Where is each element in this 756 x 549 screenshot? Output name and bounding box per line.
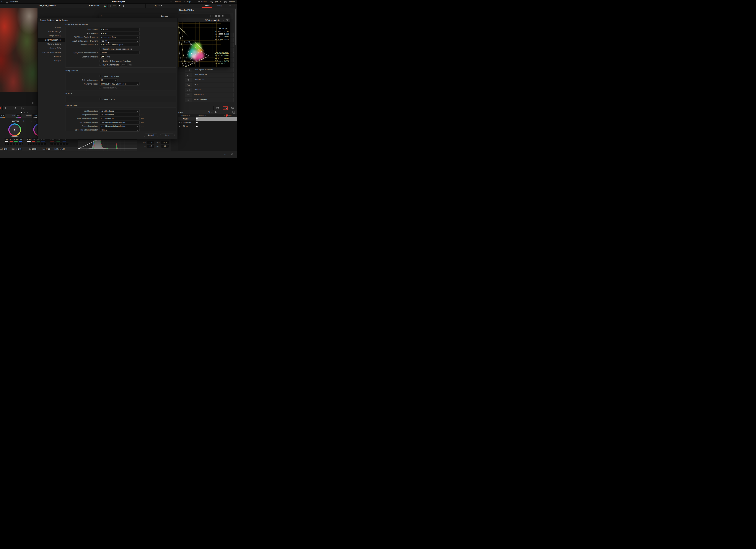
mastering-display-select[interactable]: 4000-nit, P3, D65, ST.2084, Full	[99, 82, 140, 86]
enable-hdr10-checkbox[interactable]	[99, 98, 101, 100]
lift-value[interactable]: 0.00	[14, 138, 18, 141]
fx-item[interactable]: DCTL DCTL	[185, 83, 234, 87]
layout-dual-icon[interactable]	[214, 15, 217, 17]
page-dot[interactable]	[24, 112, 25, 113]
hand-tool-icon[interactable]	[122, 5, 124, 7]
master-track-bar[interactable]	[196, 117, 237, 121]
aces-odt-select[interactable]: Rec.709	[99, 39, 140, 43]
keyframe-dot[interactable]	[196, 118, 198, 119]
dolby-version-select[interactable]: 4.0	[99, 78, 117, 82]
gamma-color-wheel[interactable]	[8, 123, 21, 136]
nodes-button[interactable]: Nodes	[201, 0, 207, 4]
aces-idt-select[interactable]: No input transform	[99, 36, 140, 39]
sidebar-item-general-options[interactable]: General Options	[38, 42, 65, 46]
zoom-slider-handle[interactable]	[215, 111, 217, 113]
viewer-options-menu[interactable]: •••	[113, 5, 116, 7]
process-node-luts-select[interactable]: ACEScc AP1 timeline space	[99, 43, 140, 46]
keyframe-filter-dropdown[interactable]: All	[208, 111, 210, 113]
scopes-options-menu[interactable]: •••	[226, 15, 229, 17]
lut-browse-menu[interactable]: •••	[141, 125, 144, 127]
tint-value[interactable]: 0.00	[16, 114, 21, 117]
clips-button[interactable]: Clips	[187, 0, 191, 4]
panel-menu[interactable]: •••	[180, 5, 183, 7]
aware-tools-checkbox[interactable]	[99, 48, 101, 50]
lightbox-button[interactable]: Lightbox	[228, 0, 235, 4]
cancel-button[interactable]: Cancel	[144, 134, 158, 137]
reset-icon-partial[interactable]: ↺	[34, 120, 36, 123]
shadow-value[interactable]: 0.00	[3, 148, 8, 150]
collapse-panel-icon[interactable]	[232, 111, 235, 114]
video-monitor-lut-select[interactable]: No LUT selected	[99, 117, 140, 120]
keyframes-view-icon[interactable]	[216, 107, 220, 109]
gamma-master-strip[interactable]	[28, 143, 46, 145]
fx-item[interactable]: Flicker Addition	[185, 98, 234, 102]
keyframe-dot[interactable]	[196, 122, 198, 123]
sidebar-item-image-scaling[interactable]: Image Scaling	[38, 34, 65, 38]
curves-panel[interactable]	[78, 139, 137, 151]
high-value[interactable]: 50.0	[161, 141, 169, 144]
low-value[interactable]: 50.0	[147, 141, 154, 144]
sidebar-item-fairlight[interactable]: Fairlight	[38, 59, 65, 63]
expand-icon[interactable]	[109, 5, 111, 7]
temp-value-partial[interactable]: 0.0	[0, 114, 5, 117]
resize-transforms-select[interactable]: Gamma	[99, 51, 140, 54]
lift-value[interactable]: 0.00	[19, 138, 23, 141]
info-icon[interactable]	[231, 107, 234, 109]
hdr-mastering-nits-input[interactable]: 1000	[120, 63, 127, 67]
lut-interpolation-select[interactable]: Trilinear	[99, 128, 140, 132]
lut-browse-menu[interactable]: •••	[141, 110, 144, 112]
color-viewer-lut-select[interactable]: Use video monitoring selection	[99, 121, 140, 124]
cursor-tool-icon[interactable]	[119, 5, 121, 7]
lift-value[interactable]: 0.00	[9, 138, 13, 141]
playhead-line[interactable]	[227, 114, 227, 151]
expand-track-icon[interactable]	[181, 126, 182, 127]
wheel-center-handle[interactable]	[14, 129, 15, 131]
tab-library[interactable]: Library	[204, 5, 209, 7]
dialog-titlebar[interactable]: Project Settings: White Project	[38, 18, 178, 22]
page-dot-active[interactable]	[21, 112, 22, 113]
fx-item[interactable]: Color Space Transform	[185, 68, 234, 72]
sidebar-item-color-management[interactable]: Color Management	[38, 38, 65, 42]
search-icon[interactable]	[229, 5, 231, 7]
picker-crosshair-icon[interactable]: +	[29, 119, 31, 122]
sidebar-item-presets[interactable]: Presets	[38, 26, 65, 29]
lum-mix-value[interactable]: 100.00	[59, 148, 65, 150]
output-lut-select[interactable]: No LUT selected	[99, 113, 140, 116]
aces-version-select[interactable]: ACES 1.1	[99, 32, 140, 35]
track-label-corrector1[interactable]: Corrector 1	[183, 122, 193, 124]
hdr-wheels-icon[interactable]: HDR	[5, 107, 9, 109]
fx-item[interactable]: False Color	[185, 93, 234, 97]
clip-dropdown[interactable]: Clip	[154, 5, 157, 7]
color-slice-icon[interactable]	[13, 107, 16, 109]
layout-single-icon[interactable]	[210, 15, 212, 17]
high-soft-value[interactable]: 0.0	[161, 145, 169, 148]
track-label-sizing[interactable]: Sizing	[183, 125, 188, 127]
tab-settings[interactable]: Settings	[216, 5, 222, 7]
hdr-mastering-checkbox[interactable]	[99, 64, 101, 66]
display-hdr-checkbox[interactable]	[99, 60, 101, 62]
lut-browse-menu[interactable]: •••	[141, 118, 144, 120]
keyframe-diamond-icon[interactable]	[179, 126, 180, 127]
keyframe-diamond-icon[interactable]	[179, 122, 180, 124]
save-button[interactable]: Save	[160, 134, 175, 137]
sidebar-item-camera-raw[interactable]: Camera RAW	[38, 46, 65, 50]
curves-view-icon[interactable]	[223, 106, 228, 110]
scrollbar[interactable]	[235, 9, 236, 45]
sidebar-item-capture-playback[interactable]: Capture and Playback	[38, 51, 65, 54]
reset-icon[interactable]: ↺	[23, 120, 24, 122]
external-cmu-checkbox[interactable]	[99, 87, 101, 89]
collapse-icon[interactable]	[233, 10, 234, 11]
reset-icon-partial[interactable]: ↺	[0, 120, 0, 123]
lift-value[interactable]: 0.00	[5, 138, 9, 141]
enable-dolby-checkbox[interactable]	[99, 75, 101, 77]
lut-browse-menu[interactable]: •••	[141, 114, 144, 116]
stills-icon[interactable]	[21, 107, 25, 109]
timeline-name-dropdown[interactable]: 8bit_10bit_timeline	[39, 5, 56, 7]
expand-track-icon[interactable]	[181, 122, 182, 123]
fx-item[interactable]: Dehaze	[185, 88, 234, 92]
layout-grid-icon[interactable]	[222, 15, 224, 17]
wheel-page-dots[interactable]	[21, 111, 28, 114]
lift-master-strip[interactable]	[5, 143, 23, 145]
page-dot[interactable]	[27, 112, 28, 113]
layout-quad-icon[interactable]	[218, 15, 220, 17]
